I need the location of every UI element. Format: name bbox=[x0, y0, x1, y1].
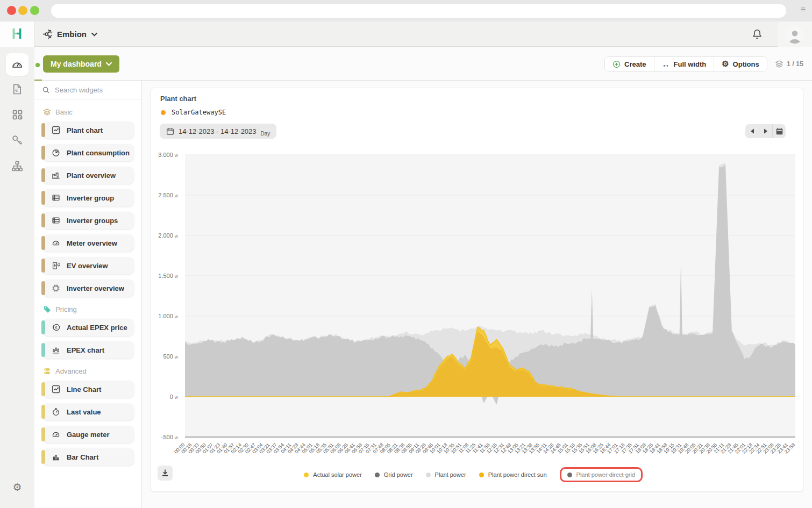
stopwatch-icon bbox=[52, 407, 60, 416]
line-chart-icon bbox=[52, 126, 60, 134]
y-axis-tick-label: 1.000w bbox=[158, 313, 179, 319]
navigation-rail: € ⚙ bbox=[0, 47, 34, 508]
widget-item-inverter-groups[interactable]: Inverter groups bbox=[43, 212, 134, 229]
tag-icon bbox=[43, 305, 51, 313]
legend-dot bbox=[479, 473, 484, 477]
widget-item-label: EV overview bbox=[67, 262, 108, 270]
rail-item-widgets[interactable] bbox=[6, 103, 29, 126]
widget-item-ev-overview[interactable]: EV overview bbox=[43, 257, 134, 274]
legend-dot bbox=[567, 473, 572, 477]
browser-menu-icon[interactable]: ≡ bbox=[801, 5, 806, 15]
gauge-icon bbox=[52, 239, 60, 247]
y-axis-tick-label: 2.000w bbox=[158, 232, 179, 239]
widget-item-label: Plant chart bbox=[67, 126, 103, 134]
chart-plot-area[interactable]: 3.000w2.500w2.000w1.500w1.000w500w0w-500… bbox=[185, 155, 795, 437]
widget-item-gauge-meter[interactable]: Gauge meter bbox=[43, 426, 134, 443]
y-axis-tick-label: 3.000w bbox=[158, 152, 179, 158]
y-axis-tick-label: 2.500w bbox=[158, 192, 179, 198]
rail-item-api-keys[interactable] bbox=[6, 129, 29, 152]
accent-bar bbox=[41, 236, 45, 250]
rail-item-settings[interactable]: ⚙ bbox=[0, 481, 34, 493]
create-widget-button[interactable]: Create bbox=[605, 57, 654, 71]
y-axis-tick-label: 0w bbox=[170, 393, 179, 400]
legend-item-plant-power-direct-grid[interactable]: Plant power direct grid bbox=[567, 471, 635, 478]
table-icon bbox=[52, 194, 60, 202]
avatar[interactable] bbox=[786, 25, 804, 44]
rail-item-dashboard[interactable] bbox=[6, 53, 29, 76]
widget-item-label: Bar Chart bbox=[67, 453, 98, 461]
widget-item-plant-chart[interactable]: Plant chart bbox=[43, 121, 134, 139]
page-indicator-label: 1 / 15 bbox=[787, 60, 803, 68]
widget-item-inverter-group[interactable]: Inverter group bbox=[43, 189, 134, 206]
widget-item-plant-overview[interactable]: Plant overview bbox=[43, 167, 134, 184]
url-bar[interactable] bbox=[51, 4, 786, 18]
app-header: H Embion bbox=[0, 22, 812, 47]
y-axis-tick-label: -500w bbox=[161, 434, 179, 440]
download-chart-button[interactable] bbox=[158, 466, 173, 481]
dashboard-selector-label: My dashboard bbox=[51, 60, 102, 68]
minimize-window-button[interactable] bbox=[18, 6, 27, 15]
legend-item-plant-power[interactable]: Plant power bbox=[426, 471, 466, 478]
date-range-picker[interactable]: 14-12-2023 - 14-12-2023 Day bbox=[160, 124, 276, 139]
create-button-label: Create bbox=[624, 60, 646, 68]
widget-item-label: Plant consumption bbox=[67, 149, 130, 157]
search-input[interactable] bbox=[55, 86, 130, 94]
widget-item-actual-epex-price[interactable]: €Actual EPEX price bbox=[43, 319, 134, 336]
legend-item-plant-power-direct-sun[interactable]: Plant power direct sun bbox=[479, 471, 547, 478]
calendar-filled-icon bbox=[775, 127, 783, 135]
widget-item-plant-consumption[interactable]: Plant consumption bbox=[43, 144, 134, 161]
legend-item-grid-power[interactable]: Grid power bbox=[375, 471, 413, 478]
options-button[interactable]: ⚙ Options bbox=[714, 57, 767, 71]
widget-item-label: Last value bbox=[67, 408, 101, 416]
accent-bar bbox=[41, 427, 45, 441]
widget-sections: BasicPlant chartPlant consumptionPlant o… bbox=[34, 108, 141, 466]
widget-item-label: Actual EPEX price bbox=[67, 324, 127, 332]
close-window-button[interactable] bbox=[7, 6, 16, 15]
dashboard-selector-button[interactable]: My dashboard bbox=[43, 55, 119, 73]
sitemap-icon bbox=[11, 160, 23, 172]
organization-selector[interactable]: Embion bbox=[42, 22, 97, 47]
gateway-row: SolarGatewaySE bbox=[161, 109, 226, 116]
plant-chart-svg: 3.000w2.500w2.000w1.500w1.000w500w0w-500… bbox=[185, 155, 795, 477]
widget-item-epex-chart[interactable]: EPEX chart bbox=[43, 341, 134, 359]
arrow-right-icon bbox=[764, 128, 768, 134]
gear-icon: ⚙ bbox=[722, 59, 729, 69]
browser-chrome: ≡ bbox=[0, 0, 812, 22]
widget-item-bar-chart[interactable]: Bar Chart bbox=[43, 448, 134, 466]
accent-bar bbox=[41, 191, 45, 205]
plus-circle-icon bbox=[612, 60, 621, 68]
full-width-button-label: Full width bbox=[674, 60, 707, 68]
full-width-button[interactable]: ↔ Full width bbox=[654, 57, 715, 71]
widget-item-last-value[interactable]: Last value bbox=[43, 403, 134, 420]
widget-item-inverter-overview[interactable]: Inverter overview bbox=[43, 280, 134, 297]
accent-bar bbox=[41, 146, 45, 160]
svg-text:€: € bbox=[15, 88, 18, 93]
widget-item-label: Inverter group bbox=[67, 194, 114, 202]
layers-icon bbox=[43, 108, 51, 116]
widget-item-line-chart[interactable]: Line Chart bbox=[43, 381, 134, 398]
left-right-arrow-icon: ↔ bbox=[662, 60, 670, 69]
options-button-label: Options bbox=[733, 60, 759, 68]
bar-chart-icon bbox=[52, 453, 60, 461]
rail-item-invoices[interactable]: € bbox=[6, 78, 29, 101]
calendar-jump-button[interactable] bbox=[772, 124, 786, 138]
table-icon bbox=[52, 216, 60, 225]
accent-bar bbox=[41, 259, 45, 273]
chip-icon bbox=[52, 284, 60, 292]
gauge-icon bbox=[52, 430, 60, 439]
legend-label: Grid power bbox=[384, 471, 413, 478]
legend-item-actual-solar-power[interactable]: Actual solar power bbox=[304, 471, 362, 478]
widget-item-meter-overview[interactable]: Meter overview bbox=[43, 234, 134, 252]
notifications-bell-icon[interactable] bbox=[752, 28, 763, 40]
widget-sidebar: BasicPlant chartPlant consumptionPlant o… bbox=[34, 81, 142, 508]
maximize-window-button[interactable] bbox=[30, 6, 39, 15]
next-period-button[interactable] bbox=[759, 124, 772, 138]
organization-name: Embion bbox=[57, 30, 87, 39]
search-icon bbox=[42, 86, 50, 94]
rail-item-sites[interactable] bbox=[6, 155, 29, 177]
previous-period-button[interactable] bbox=[745, 124, 759, 138]
section-label: Basic bbox=[55, 108, 73, 116]
widget-item-label: Plant overview bbox=[67, 171, 116, 180]
section-header-basic: Basic bbox=[43, 108, 141, 116]
app-logo[interactable]: H bbox=[0, 22, 34, 47]
